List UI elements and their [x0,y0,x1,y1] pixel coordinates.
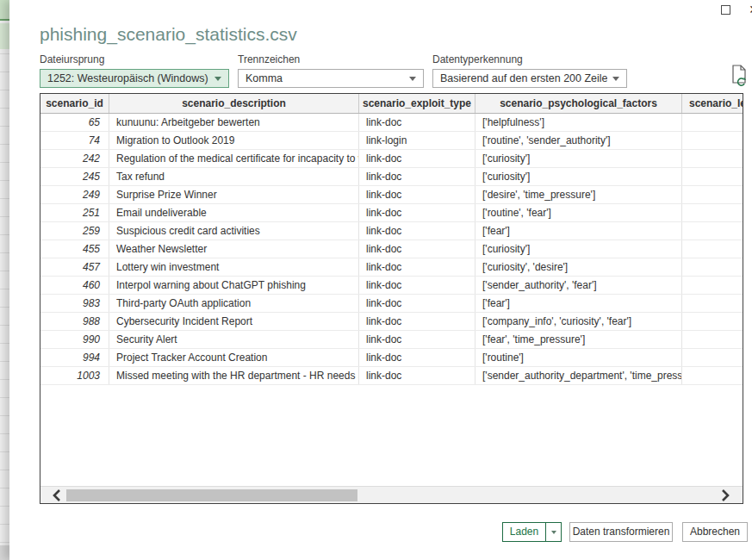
cell [682,313,743,330]
cell: ['company_info', 'curiosity', 'fear'] [475,313,682,330]
table-row: 460Interpol warning about ChatGPT phishi… [40,277,743,295]
delimiter-label: Trennzeichen [238,53,424,65]
cell: link-doc [359,367,475,384]
cell: link-doc [359,186,475,203]
table-header-row: scenario_idscenario_descriptionscenario_… [40,94,743,114]
datatype-detection-dropdown[interactable]: Basierend auf den ersten 200 Zeilen [432,69,627,88]
cancel-button[interactable]: Abbrechen [682,522,748,542]
scroll-left-icon[interactable] [53,489,61,504]
cell [682,277,743,294]
load-button-label: Laden [503,523,545,541]
cell-scenario-id: 1003 [40,367,109,384]
cell: link-doc [359,114,475,131]
cell [682,258,743,276]
excel-green-cell [0,23,9,49]
datatype-detection-label: Datentyperkennung [432,53,627,65]
table-row: 990Security Alertlink-doc['fear', 'time_… [40,331,743,349]
cell: link-doc [359,295,475,312]
cell: ['fear'] [475,295,682,312]
horizontal-scrollbar[interactable] [40,486,743,503]
cell: ['curiosity', 'desire'] [475,258,682,276]
cell: link-doc [359,150,475,167]
cell-scenario-id: 990 [40,331,109,348]
cell [682,349,743,366]
cell: ['routine', 'sender_authority'] [475,132,682,149]
table-row: 259Suspicious credit card activitieslink… [40,222,743,240]
load-button[interactable]: Laden [502,522,562,542]
cell: ['desire', 'time_pressure'] [475,186,682,203]
cell: Missed meeting with the HR department - … [109,367,359,384]
cell-scenario-id: 460 [40,277,109,294]
close-icon[interactable]: ✕ [746,2,752,17]
cell [682,204,743,221]
cell [682,132,743,149]
cell: ['sender_authority_department', 'time_pr… [475,367,682,384]
transform-data-button[interactable]: Daten transformieren [569,522,673,542]
datatype-detection-value: Basierend auf den ersten 200 Zeilen [440,72,607,84]
cell: link-doc [359,258,475,276]
cell: Lottery win investment [109,258,359,276]
cell: Third-party OAuth application [109,295,359,312]
cell-scenario-id: 65 [40,114,109,131]
cell [682,168,743,185]
column-header: scenario_description [109,94,359,113]
delimiter-dropdown[interactable]: Komma [238,69,424,88]
cell: link-doc [359,277,475,294]
cell: link-login [359,132,475,149]
cell-scenario-id: 457 [40,258,109,276]
table-row: 455Weather Newsletterlink-doc['curiosity… [40,240,743,258]
cell [682,295,743,312]
cell-scenario-id: 242 [40,150,109,167]
cell [682,150,743,167]
table-row: 242Regulation of the medical certificate… [40,150,743,168]
maximize-button[interactable] [721,5,730,15]
cell: ['sender_authority', 'fear'] [475,277,682,294]
scroll-right-icon[interactable] [721,489,730,504]
excel-strip-bottom [0,545,9,560]
cell-scenario-id: 455 [40,240,109,258]
cell: Suspicious credit card activities [109,222,359,240]
table-row: 994Project Tracker Account Creationlink-… [40,349,743,367]
data-preview-table: scenario_idscenario_descriptionscenario_… [40,93,743,504]
cell-scenario-id: 259 [40,222,109,240]
cell [682,222,743,240]
table-row: 1003Missed meeting with the HR departmen… [40,367,743,385]
cell: ['curiosity'] [475,168,682,185]
refresh-preview-icon[interactable] [730,64,749,88]
table-row: 988Cybersecurity Incident Reportlink-doc… [40,313,743,331]
chevron-down-icon [612,77,619,81]
cell [682,331,743,348]
cell-scenario-id: 245 [40,168,109,185]
column-header: scenario_le [682,94,743,113]
cell: link-doc [359,168,475,185]
delimiter-field: Trennzeichen Komma [238,53,424,88]
cell: link-doc [359,349,475,366]
datatype-detection-field: Datentyperkennung Basierend auf den erst… [432,53,627,88]
cell: Security Alert [109,331,359,348]
cell [682,240,743,258]
cell: link-doc [359,240,475,258]
cell [682,186,743,203]
cell: Tax refund [109,168,359,185]
cell: link-doc [359,313,475,330]
chevron-down-icon [409,77,416,81]
cell: ['curiosity'] [475,150,682,167]
file-origin-dropdown[interactable]: 1252: Westeuropäisch (Windows) [40,69,229,88]
cell-scenario-id: 988 [40,313,109,330]
cell: Project Tracker Account Creation [109,349,359,366]
excel-sheet-background [0,0,9,560]
delimiter-value: Komma [245,72,404,84]
table-row: 65kunuunu: Arbeitgeber bewertenlink-doc[… [40,114,743,132]
cell-scenario-id: 74 [40,132,109,149]
cell: ['curiosity'] [475,240,682,258]
table-row: 74Migration to Outlook 2019link-login['r… [40,132,743,150]
cell: kunuunu: Arbeitgeber bewerten [109,114,359,131]
column-header: scenario_exploit_type [359,94,475,113]
cell: Regulation of the medical certificate fo… [109,150,359,167]
cell-scenario-id: 994 [40,349,109,366]
scrollbar-thumb[interactable] [66,489,357,501]
cell: Weather Newsletter [109,240,359,258]
file-origin-label: Dateiursprung [40,53,229,65]
cell: ['fear'] [475,222,682,240]
load-split-dropdown[interactable] [545,523,561,541]
